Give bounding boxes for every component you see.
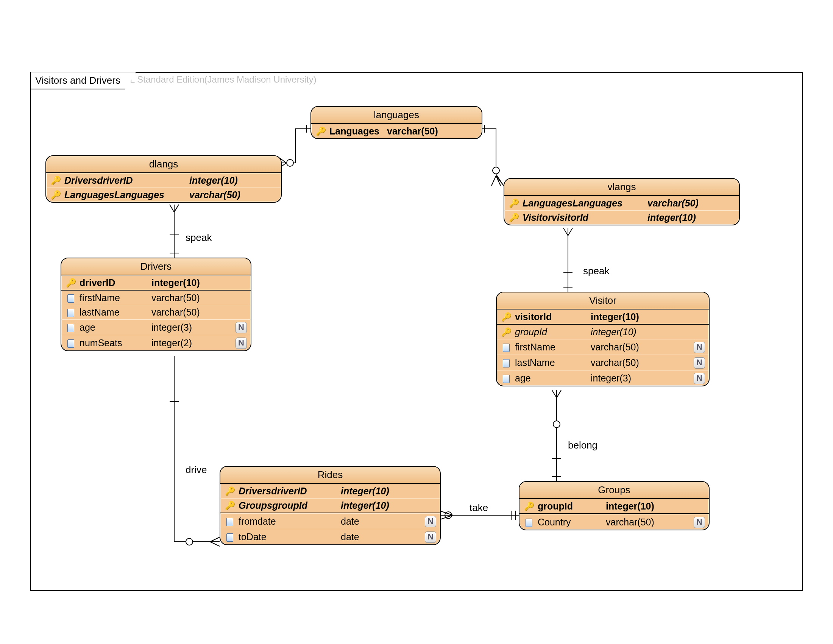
column-icon (224, 531, 235, 543)
col-type: integer(3) (151, 322, 192, 333)
col-name: LanguagesLanguages (523, 198, 648, 209)
entity-title: languages (311, 107, 482, 124)
col-name: GroupsgroupId (238, 500, 341, 511)
column-icon (523, 517, 535, 528)
nullable-badge: N (235, 322, 247, 333)
key-icon: 🔑 (65, 278, 77, 288)
entity-groups[interactable]: Groups 🔑 groupId integer(10) Country var… (519, 481, 709, 530)
col-name: groupId (538, 501, 606, 512)
col-name: lastName (79, 307, 151, 318)
col-name: visitorId (515, 311, 591, 322)
entity-dlangs[interactable]: dlangs 🔑 DriversdriverID integer(10) 🔑 L… (45, 155, 282, 203)
column-icon (500, 357, 512, 368)
fk-icon: 🔑 (224, 501, 235, 510)
fk-icon: 🔑 (508, 213, 519, 223)
col-type: integer(10) (189, 175, 238, 186)
col-type: date (341, 516, 386, 527)
entity-visitor[interactable]: Visitor 🔑 visitorId integer(10) 🔑 groupI… (496, 292, 709, 386)
col-type: date (341, 531, 386, 543)
col-name: firstName (79, 293, 151, 303)
nullable-badge: N (425, 516, 436, 527)
fk-icon: 🔑 (50, 176, 61, 186)
col-type: integer(2) (151, 338, 192, 349)
entity-title: Visitor (497, 293, 709, 309)
entity-title: vlangs (504, 179, 739, 196)
col-name: DriversdriverID (64, 175, 189, 186)
col-type: integer(10) (591, 311, 639, 322)
col-type: integer(10) (591, 327, 637, 338)
column-icon (500, 342, 512, 353)
col-name: age (515, 373, 591, 384)
col-type: varchar(50) (606, 517, 670, 528)
col-name: Country (538, 517, 606, 528)
col-type: integer(10) (606, 501, 654, 512)
relation-label-take: take (470, 502, 488, 514)
col-type: integer(10) (341, 486, 389, 497)
col-name: lastName (515, 357, 591, 368)
fk-icon: 🔑 (224, 486, 235, 496)
col-type: varchar(50) (151, 307, 200, 318)
col-name: DriversdriverID (238, 486, 341, 497)
col-type: integer(10) (151, 277, 200, 288)
col-type: varchar(50) (387, 126, 438, 137)
col-name: Languages (330, 126, 387, 137)
entity-title: Groups (519, 482, 709, 499)
col-name: numSeats (79, 338, 151, 349)
col-name: firstName (515, 342, 591, 353)
col-type: integer(10) (648, 212, 696, 223)
col-type: varchar(50) (189, 189, 240, 200)
column-icon (65, 322, 77, 333)
col-type: varchar(50) (151, 293, 200, 303)
key-icon: 🔑 (523, 502, 535, 511)
entity-drivers[interactable]: Drivers 🔑 driverID integer(10) firstName… (61, 258, 251, 351)
column-icon (65, 307, 77, 318)
col-name: VisitorvisitorId (523, 212, 648, 223)
relation-label-drive: drive (185, 464, 207, 476)
col-name: fromdate (238, 516, 341, 527)
column-icon (65, 293, 77, 303)
entity-languages[interactable]: languages 🔑 Languages varchar(50) (310, 106, 482, 139)
col-type: varchar(50) (591, 357, 655, 368)
column-icon (500, 373, 512, 384)
col-type: varchar(50) (648, 198, 699, 209)
nullable-badge: N (694, 357, 705, 369)
col-type: varchar(50) (591, 342, 655, 353)
nullable-badge: N (235, 338, 247, 349)
key-icon: 🔑 (500, 312, 512, 322)
relation-label-speak: speak (583, 265, 609, 277)
entity-title: Rides (220, 467, 440, 484)
key-icon: 🔑 (315, 127, 326, 136)
col-name: age (79, 322, 151, 333)
nullable-badge: N (425, 531, 436, 543)
col-name: toDate (238, 531, 341, 543)
col-name: groupId (515, 327, 591, 338)
entity-title: dlangs (46, 156, 281, 173)
relation-label-speak: speak (185, 232, 212, 243)
col-type: integer(3) (591, 373, 655, 384)
fk-icon: 🔑 (508, 198, 519, 208)
nullable-badge: N (694, 342, 705, 353)
entity-vlangs[interactable]: vlangs 🔑 LanguagesLanguages varchar(50) … (503, 178, 740, 225)
col-name: LanguagesLanguages (64, 189, 189, 200)
column-icon (65, 338, 77, 349)
fk-icon: 🔑 (500, 327, 512, 337)
entity-rides[interactable]: Rides 🔑 DriversdriverID integer(10) 🔑 Gr… (220, 466, 441, 545)
column-icon (224, 516, 235, 527)
col-name: driverID (79, 277, 151, 288)
nullable-badge: N (694, 517, 705, 528)
col-type: integer(10) (341, 500, 389, 511)
relation-label-belong: belong (568, 440, 598, 451)
entity-title: Drivers (61, 258, 251, 275)
frame-title: Visitors and Drivers (31, 72, 136, 89)
fk-icon: 🔑 (50, 190, 61, 200)
nullable-badge: N (694, 373, 705, 384)
